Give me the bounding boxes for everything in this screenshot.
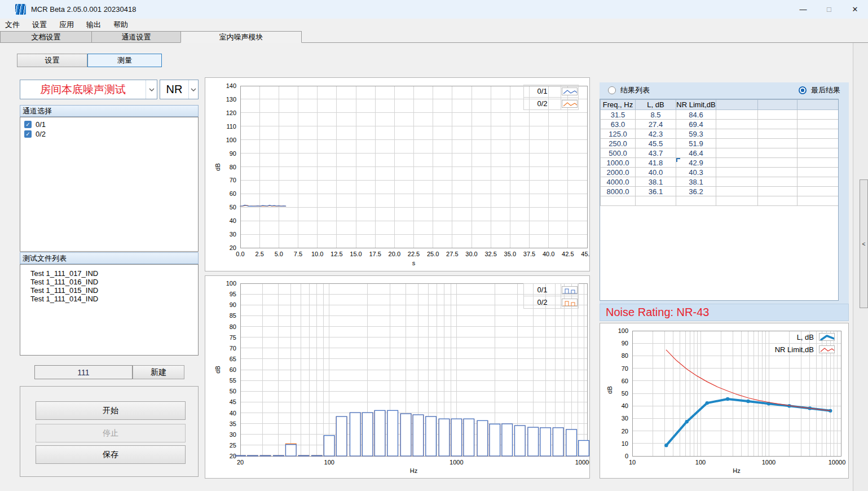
table-cell[interactable]: 2000.0	[601, 168, 636, 177]
menu-item-settings[interactable]: 设置	[32, 20, 47, 30]
svg-text:s: s	[412, 260, 416, 266]
table-cell[interactable]: 59.3	[676, 129, 716, 139]
table-cell[interactable]	[758, 177, 797, 187]
table-cell[interactable]	[716, 177, 758, 187]
file-list-item[interactable]: Test 1_111_014_IND	[20, 295, 198, 303]
table-cell[interactable]	[716, 187, 758, 196]
start-button[interactable]: 开始	[36, 401, 186, 420]
table-cell[interactable]	[716, 129, 758, 139]
file-list-item[interactable]: Test 1_111_017_IND	[20, 269, 198, 278]
table-cell[interactable]: 250.0	[601, 139, 636, 148]
table-cell[interactable]	[797, 120, 839, 129]
radio-last-result-label[interactable]: 最后结果	[811, 85, 840, 95]
table-cell[interactable]	[716, 110, 758, 120]
minimize-button[interactable]: —	[790, 0, 816, 19]
table-cell[interactable]	[797, 139, 839, 148]
menu-item-application[interactable]: 应用	[59, 20, 74, 30]
maximize-button[interactable]: □	[816, 0, 842, 19]
table-cell[interactable]	[716, 196, 758, 206]
table-cell[interactable]: 38.1	[676, 177, 716, 187]
tab-indoor-noise-module[interactable]: 室内噪声模块	[180, 31, 302, 43]
svg-text:dB: dB	[214, 163, 221, 170]
chevron-down-icon[interactable]	[188, 80, 198, 99]
table-cell[interactable]	[758, 196, 797, 206]
table-cell[interactable]: 36.2	[676, 187, 716, 196]
table-cell[interactable]	[716, 158, 758, 168]
session-name-field[interactable]: 111	[34, 365, 133, 379]
table-cell[interactable]: 46.4	[676, 148, 716, 158]
stop-button[interactable]: 停止	[36, 424, 186, 442]
table-cell[interactable]: 8000.0	[601, 187, 636, 196]
table-cell[interactable]: 40.3	[676, 168, 716, 177]
menu-item-help[interactable]: 帮助	[113, 20, 128, 30]
nr-result-chart: 010203040506070809010010100100010000HzdB…	[600, 323, 849, 479]
save-button[interactable]: 保存	[36, 445, 186, 464]
table-cell[interactable]	[758, 139, 797, 148]
checkbox-checked-icon[interactable]: ✓	[24, 130, 32, 138]
table-cell[interactable]	[716, 139, 758, 148]
table-cell[interactable]	[716, 148, 758, 158]
rating-type-select[interactable]: NR	[160, 80, 199, 99]
close-button[interactable]: ✕	[842, 0, 868, 19]
table-cell[interactable]	[797, 110, 839, 120]
table-cell[interactable]	[758, 168, 797, 177]
table-cell[interactable]	[716, 168, 758, 177]
table-cell[interactable]	[676, 196, 716, 206]
table-cell[interactable]: 36.1	[636, 187, 676, 196]
menu-item-file[interactable]: 文件	[5, 20, 20, 30]
radio-result-list[interactable]	[608, 86, 616, 94]
table-cell[interactable]: 31.5	[601, 110, 636, 120]
table-cell[interactable]	[601, 196, 636, 206]
subtab-measure[interactable]: 测量	[87, 54, 162, 67]
table-cell[interactable]: 69.4	[676, 120, 716, 129]
table-cell[interactable]	[797, 196, 839, 206]
channel-item[interactable]: ✓ 0/2	[20, 129, 198, 139]
menu-item-output[interactable]: 输出	[86, 20, 101, 30]
table-cell[interactable]	[758, 148, 797, 158]
svg-text:140: 140	[226, 82, 236, 89]
table-cell[interactable]	[758, 129, 797, 139]
table-cell[interactable]: 43.7	[636, 148, 676, 158]
table-cell[interactable]	[797, 129, 839, 139]
table-cell[interactable]	[758, 110, 797, 120]
table-cell[interactable]	[758, 158, 797, 168]
channel-item[interactable]: ✓ 0/1	[20, 120, 198, 129]
chevron-down-icon[interactable]	[146, 80, 157, 99]
table-cell[interactable]	[797, 168, 839, 177]
table-cell[interactable]	[797, 177, 839, 187]
table-cell[interactable]: 125.0	[601, 129, 636, 139]
file-list-item[interactable]: Test 1_111_016_IND	[20, 278, 198, 286]
tab-channel-settings[interactable]: 通道设置	[91, 31, 180, 43]
table-cell[interactable]	[758, 120, 797, 129]
table-cell[interactable]: 51.9	[676, 139, 716, 148]
table-cell[interactable]: 63.0	[601, 120, 636, 129]
test-type-select[interactable]: 房间本底噪声测试	[20, 80, 157, 99]
radio-result-list-label[interactable]: 结果列表	[620, 85, 650, 95]
file-list-item[interactable]: Test 1_111_015_IND	[20, 286, 198, 295]
table-cell[interactable]: 42.9	[676, 158, 716, 168]
table-cell[interactable]: 41.8	[636, 158, 676, 168]
table-cell[interactable]: 42.3	[636, 129, 676, 139]
table-cell[interactable]: 40.0	[636, 168, 676, 177]
table-cell[interactable]	[716, 120, 758, 129]
table-cell[interactable]	[797, 148, 839, 158]
table-cell[interactable]: 45.5	[636, 139, 676, 148]
table-cell[interactable]	[636, 196, 676, 206]
table-cell[interactable]: 4000.0	[601, 177, 636, 187]
svg-text:100: 100	[618, 327, 628, 334]
new-button[interactable]: 新建	[133, 365, 184, 379]
table-cell[interactable]	[797, 158, 839, 168]
checkbox-checked-icon[interactable]: ✓	[24, 121, 32, 128]
radio-last-result[interactable]	[799, 86, 807, 94]
table-cell[interactable]: 27.4	[636, 120, 676, 129]
table-cell[interactable]	[797, 187, 839, 196]
collapse-panel-button[interactable]: <	[860, 179, 868, 308]
subtab-settings[interactable]: 设置	[17, 54, 87, 67]
tab-document-settings[interactable]: 文档设置	[0, 31, 91, 43]
table-cell[interactable]: 1000.0	[601, 158, 636, 168]
table-cell[interactable]: 8.5	[636, 110, 676, 120]
table-cell[interactable]: 38.1	[636, 177, 676, 187]
table-cell[interactable]: 84.6	[676, 110, 716, 120]
table-cell[interactable]	[758, 187, 797, 196]
table-cell[interactable]: 500.0	[601, 148, 636, 158]
